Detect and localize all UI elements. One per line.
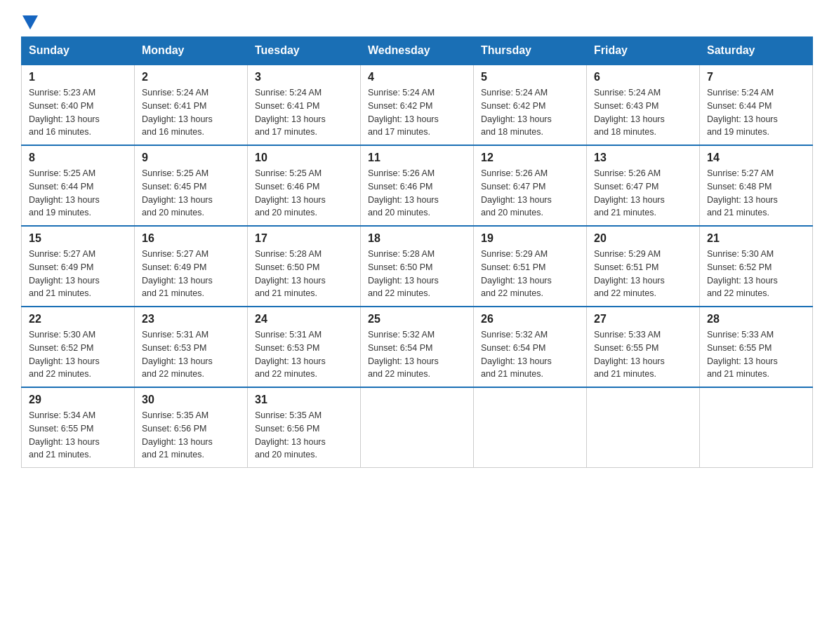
day-info: Sunrise: 5:31 AMSunset: 6:53 PMDaylight:… [142, 330, 213, 379]
calendar-day-cell: 25 Sunrise: 5:32 AMSunset: 6:54 PMDaylig… [361, 307, 474, 387]
calendar-day-cell: 24 Sunrise: 5:31 AMSunset: 6:53 PMDaylig… [248, 307, 361, 387]
calendar-day-cell: 18 Sunrise: 5:28 AMSunset: 6:50 PMDaylig… [361, 226, 474, 307]
day-number: 26 [481, 313, 579, 326]
calendar-day-cell: 20 Sunrise: 5:29 AMSunset: 6:51 PMDaylig… [587, 226, 700, 307]
day-info: Sunrise: 5:33 AMSunset: 6:55 PMDaylight:… [707, 330, 778, 379]
day-number: 10 [255, 152, 353, 164]
day-info: Sunrise: 5:29 AMSunset: 6:51 PMDaylight:… [594, 249, 665, 298]
calendar-week-row: 22 Sunrise: 5:30 AMSunset: 6:52 PMDaylig… [22, 307, 813, 387]
day-info: Sunrise: 5:24 AMSunset: 6:41 PMDaylight:… [255, 88, 326, 137]
day-info: Sunrise: 5:27 AMSunset: 6:49 PMDaylight:… [142, 249, 213, 298]
day-number: 18 [368, 232, 466, 245]
calendar-day-cell: 7 Sunrise: 5:24 AMSunset: 6:44 PMDayligh… [700, 65, 813, 145]
day-number: 6 [594, 71, 692, 83]
calendar-day-cell: 16 Sunrise: 5:27 AMSunset: 6:49 PMDaylig… [135, 226, 248, 307]
calendar-day-cell [361, 387, 474, 468]
calendar-day-cell: 13 Sunrise: 5:26 AMSunset: 6:47 PMDaylig… [587, 145, 700, 226]
day-number: 8 [29, 152, 127, 164]
weekday-header-sunday: Sunday [22, 37, 135, 65]
calendar-day-cell: 12 Sunrise: 5:26 AMSunset: 6:47 PMDaylig… [474, 145, 587, 226]
calendar-day-cell: 2 Sunrise: 5:24 AMSunset: 6:41 PMDayligh… [135, 65, 248, 145]
day-info: Sunrise: 5:25 AMSunset: 6:44 PMDaylight:… [29, 168, 100, 217]
calendar-day-cell: 29 Sunrise: 5:34 AMSunset: 6:55 PMDaylig… [22, 387, 135, 468]
calendar-day-cell: 3 Sunrise: 5:24 AMSunset: 6:41 PMDayligh… [248, 65, 361, 145]
calendar-day-cell: 10 Sunrise: 5:25 AMSunset: 6:46 PMDaylig… [248, 145, 361, 226]
logo-arrow-icon [22, 15, 38, 29]
calendar-day-cell: 30 Sunrise: 5:35 AMSunset: 6:56 PMDaylig… [135, 387, 248, 468]
day-info: Sunrise: 5:35 AMSunset: 6:56 PMDaylight:… [142, 410, 213, 459]
day-number: 1 [29, 71, 127, 83]
day-number: 11 [368, 152, 466, 164]
day-info: Sunrise: 5:24 AMSunset: 6:41 PMDaylight:… [142, 88, 213, 137]
calendar-day-cell: 15 Sunrise: 5:27 AMSunset: 6:49 PMDaylig… [22, 226, 135, 307]
calendar-day-cell: 28 Sunrise: 5:33 AMSunset: 6:55 PMDaylig… [700, 307, 813, 387]
day-info: Sunrise: 5:32 AMSunset: 6:54 PMDaylight:… [481, 330, 552, 379]
day-info: Sunrise: 5:24 AMSunset: 6:44 PMDaylight:… [707, 88, 778, 137]
calendar-day-cell: 9 Sunrise: 5:25 AMSunset: 6:45 PMDayligh… [135, 145, 248, 226]
day-number: 22 [29, 313, 127, 326]
weekday-header-saturday: Saturday [700, 37, 813, 65]
day-number: 15 [29, 232, 127, 245]
day-info: Sunrise: 5:28 AMSunset: 6:50 PMDaylight:… [368, 249, 439, 298]
day-number: 12 [481, 152, 579, 164]
day-number: 23 [142, 313, 240, 326]
day-info: Sunrise: 5:28 AMSunset: 6:50 PMDaylight:… [255, 249, 326, 298]
day-info: Sunrise: 5:31 AMSunset: 6:53 PMDaylight:… [255, 330, 326, 379]
calendar-day-cell: 27 Sunrise: 5:33 AMSunset: 6:55 PMDaylig… [587, 307, 700, 387]
weekday-header-tuesday: Tuesday [248, 37, 361, 65]
day-number: 5 [481, 71, 579, 83]
day-number: 14 [707, 152, 805, 164]
calendar-day-cell: 26 Sunrise: 5:32 AMSunset: 6:54 PMDaylig… [474, 307, 587, 387]
weekday-header-monday: Monday [135, 37, 248, 65]
calendar-day-cell: 22 Sunrise: 5:30 AMSunset: 6:52 PMDaylig… [22, 307, 135, 387]
calendar-week-row: 8 Sunrise: 5:25 AMSunset: 6:44 PMDayligh… [22, 145, 813, 226]
calendar-day-cell: 14 Sunrise: 5:27 AMSunset: 6:48 PMDaylig… [700, 145, 813, 226]
day-number: 20 [594, 232, 692, 245]
calendar-day-cell: 17 Sunrise: 5:28 AMSunset: 6:50 PMDaylig… [248, 226, 361, 307]
day-info: Sunrise: 5:27 AMSunset: 6:48 PMDaylight:… [707, 168, 778, 217]
day-info: Sunrise: 5:33 AMSunset: 6:55 PMDaylight:… [594, 330, 665, 379]
calendar-day-cell: 4 Sunrise: 5:24 AMSunset: 6:42 PMDayligh… [361, 65, 474, 145]
day-info: Sunrise: 5:30 AMSunset: 6:52 PMDaylight:… [29, 330, 100, 379]
day-info: Sunrise: 5:26 AMSunset: 6:47 PMDaylight:… [594, 168, 665, 217]
day-info: Sunrise: 5:25 AMSunset: 6:46 PMDaylight:… [255, 168, 326, 217]
day-number: 21 [707, 232, 805, 245]
calendar-day-cell [474, 387, 587, 468]
day-info: Sunrise: 5:24 AMSunset: 6:42 PMDaylight:… [368, 88, 439, 137]
day-info: Sunrise: 5:30 AMSunset: 6:52 PMDaylight:… [707, 249, 778, 298]
day-number: 29 [29, 394, 127, 406]
day-number: 3 [255, 71, 353, 83]
day-number: 17 [255, 232, 353, 245]
calendar-week-row: 15 Sunrise: 5:27 AMSunset: 6:49 PMDaylig… [22, 226, 813, 307]
calendar-day-cell: 5 Sunrise: 5:24 AMSunset: 6:42 PMDayligh… [474, 65, 587, 145]
calendar-table: SundayMondayTuesdayWednesdayThursdayFrid… [21, 36, 813, 468]
page-header [21, 14, 813, 29]
calendar-day-cell [700, 387, 813, 468]
logo [21, 14, 38, 29]
day-number: 31 [255, 394, 353, 406]
calendar-week-row: 1 Sunrise: 5:23 AMSunset: 6:40 PMDayligh… [22, 65, 813, 145]
day-number: 2 [142, 71, 240, 83]
day-number: 19 [481, 232, 579, 245]
day-info: Sunrise: 5:27 AMSunset: 6:49 PMDaylight:… [29, 249, 100, 298]
day-number: 30 [142, 394, 240, 406]
day-info: Sunrise: 5:32 AMSunset: 6:54 PMDaylight:… [368, 330, 439, 379]
day-info: Sunrise: 5:26 AMSunset: 6:46 PMDaylight:… [368, 168, 439, 217]
calendar-day-cell: 11 Sunrise: 5:26 AMSunset: 6:46 PMDaylig… [361, 145, 474, 226]
day-info: Sunrise: 5:23 AMSunset: 6:40 PMDaylight:… [29, 88, 100, 137]
day-info: Sunrise: 5:35 AMSunset: 6:56 PMDaylight:… [255, 410, 326, 459]
weekday-header-wednesday: Wednesday [361, 37, 474, 65]
day-info: Sunrise: 5:25 AMSunset: 6:45 PMDaylight:… [142, 168, 213, 217]
day-number: 9 [142, 152, 240, 164]
day-number: 16 [142, 232, 240, 245]
calendar-day-cell: 21 Sunrise: 5:30 AMSunset: 6:52 PMDaylig… [700, 226, 813, 307]
calendar-day-cell: 31 Sunrise: 5:35 AMSunset: 6:56 PMDaylig… [248, 387, 361, 468]
weekday-header-friday: Friday [587, 37, 700, 65]
day-number: 4 [368, 71, 466, 83]
day-info: Sunrise: 5:34 AMSunset: 6:55 PMDaylight:… [29, 410, 100, 459]
calendar-day-cell: 19 Sunrise: 5:29 AMSunset: 6:51 PMDaylig… [474, 226, 587, 307]
day-number: 28 [707, 313, 805, 326]
calendar-day-cell: 23 Sunrise: 5:31 AMSunset: 6:53 PMDaylig… [135, 307, 248, 387]
day-info: Sunrise: 5:24 AMSunset: 6:42 PMDaylight:… [481, 88, 552, 137]
calendar-day-cell: 6 Sunrise: 5:24 AMSunset: 6:43 PMDayligh… [587, 65, 700, 145]
